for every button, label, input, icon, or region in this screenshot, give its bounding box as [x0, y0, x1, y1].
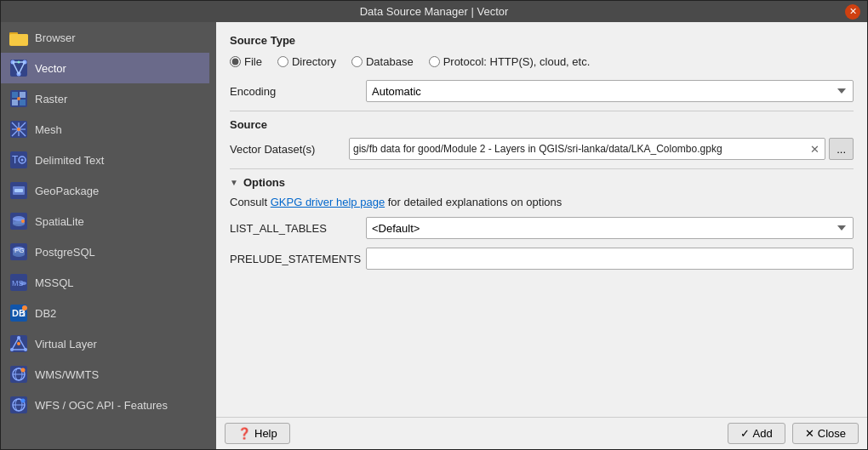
footer-right-buttons: ✓ Add ✕ Close — [728, 423, 859, 444]
sidebar-item-mssql[interactable]: MS MSSQL — [1, 267, 209, 298]
svg-rect-13 — [20, 92, 26, 98]
sidebar-item-delimited-text[interactable]: T Delimited Text — [1, 145, 209, 175]
geopackage-icon — [9, 181, 28, 200]
content-area: Source Type File Directory Database — [216, 22, 867, 449]
source-type-row: File Directory Database Protocol: HTTP(S… — [230, 55, 854, 68]
help-text-row: Consult GKPG driver help page for detail… — [230, 196, 854, 208]
sidebar-item-label: SpatiaLite — [35, 215, 84, 228]
main-area: Browser — [1, 22, 867, 449]
svg-point-22 — [17, 128, 20, 131]
list-all-tables-select[interactable]: <Default> YES NO — [366, 217, 854, 239]
source-type-title: Source Type — [230, 34, 854, 47]
encoding-select[interactable]: Automatic UTF-8 Latin-1 — [366, 80, 854, 102]
svg-point-52 — [17, 342, 20, 345]
prelude-statements-input[interactable] — [366, 248, 854, 270]
svg-rect-14 — [12, 100, 18, 105]
help-prefix: Consult — [230, 196, 271, 208]
sidebar-item-label: WMS/WMTS — [35, 368, 99, 381]
svg-point-42 — [20, 282, 26, 285]
svg-point-57 — [21, 368, 26, 373]
content-body: Source Type File Directory Database — [216, 22, 867, 417]
vector-datasets-label: Vector Dataset(s) — [230, 143, 349, 156]
close-button[interactable]: ✕ Close — [792, 423, 859, 444]
footer: ❓ Help ✓ Add ✕ Close — [216, 417, 867, 449]
svg-rect-12 — [12, 92, 18, 98]
add-button[interactable]: ✓ Add — [728, 423, 785, 444]
delimited-text-icon: T — [9, 151, 28, 169]
radio-database[interactable]: Database — [351, 55, 414, 68]
gkpg-driver-help-link[interactable]: GKPG driver help page — [271, 196, 385, 208]
options-header[interactable]: ▼ Options — [230, 176, 854, 189]
radio-directory[interactable]: Directory — [277, 55, 336, 68]
sidebar-item-geopackage[interactable]: GeoPackage — [1, 175, 209, 206]
radio-directory-input[interactable] — [277, 56, 288, 67]
close-button-label: Close — [818, 427, 846, 440]
dataset-clear-button[interactable]: ✕ — [808, 143, 821, 156]
svg-point-34 — [21, 219, 25, 223]
sidebar-item-vector[interactable]: Vector — [1, 53, 209, 83]
close-icon: ✕ — [849, 6, 857, 17]
wms-icon — [9, 365, 28, 384]
sidebar-item-mesh[interactable]: Mesh — [1, 114, 209, 145]
sidebar: Browser — [1, 22, 216, 449]
sidebar-item-virtual-layer[interactable]: Virtual Layer — [1, 328, 209, 359]
postgresql-icon: PG — [9, 242, 28, 261]
dataset-input-wrapper: gis/fb data for good/Module 2 - Layers i… — [349, 138, 825, 160]
svg-point-62 — [21, 399, 26, 403]
sidebar-item-label: GeoPackage — [35, 185, 99, 197]
radio-file-label: File — [244, 55, 262, 68]
main-window: Data Source Manager | Vector ✕ Browser — [0, 0, 868, 450]
radio-file[interactable]: File — [230, 55, 262, 68]
encoding-row: Encoding Automatic UTF-8 Latin-1 — [230, 80, 854, 102]
sidebar-item-label: Vector — [35, 62, 66, 75]
wfs-icon — [9, 396, 28, 414]
window-close-button[interactable]: ✕ — [845, 4, 860, 20]
vector-icon — [9, 59, 28, 77]
svg-text:PG: PG — [14, 247, 25, 254]
check-icon: ✓ — [740, 427, 750, 440]
sidebar-item-label: Virtual Layer — [35, 338, 97, 350]
svg-text:T: T — [12, 154, 18, 166]
help-button[interactable]: ❓ Help — [225, 423, 290, 444]
dataset-path: gis/fb data for good/Module 2 - Layers i… — [353, 143, 808, 155]
sidebar-scroll-area: Browser — [1, 22, 216, 449]
help-icon: ❓ — [237, 427, 251, 440]
svg-rect-2 — [9, 34, 28, 45]
sidebar-item-label: Browser — [35, 31, 76, 44]
sidebar-item-browser[interactable]: Browser — [1, 22, 209, 53]
window-title: Data Source Manager | Vector — [360, 5, 509, 18]
sidebar-item-wfs-ogc[interactable]: WFS / OGC API - Features — [1, 390, 209, 420]
list-all-tables-label: LIST_ALL_TABLES — [230, 222, 366, 235]
dataset-browse-button[interactable]: ... — [829, 138, 854, 160]
add-button-label: Add — [753, 427, 773, 440]
svg-point-16 — [17, 97, 20, 100]
sidebar-item-raster[interactable]: Raster — [1, 83, 209, 114]
svg-text:2: 2 — [21, 310, 26, 318]
titlebar: Data Source Manager | Vector ✕ — [1, 1, 867, 22]
options-collapse-icon: ▼ — [230, 178, 238, 187]
svg-point-46 — [22, 305, 27, 310]
sidebar-item-postgresql[interactable]: PG PostgreSQL — [1, 236, 209, 267]
list-all-tables-row: LIST_ALL_TABLES <Default> YES NO — [230, 217, 854, 239]
divider-2 — [230, 168, 854, 169]
raster-icon — [9, 89, 28, 108]
prelude-statements-label: PRELUDE_STATEMENTS — [230, 253, 366, 265]
sidebar-item-label: Delimited Text — [35, 154, 104, 167]
sidebar-item-label: WFS / OGC API - Features — [35, 399, 168, 412]
sidebar-item-db2[interactable]: DB 2 DB2 — [1, 298, 209, 328]
radio-protocol[interactable]: Protocol: HTTP(S), cloud, etc. — [429, 55, 591, 68]
radio-file-input[interactable] — [230, 56, 241, 67]
sidebar-item-wms-wmts[interactable]: WMS/WMTS — [1, 359, 209, 390]
folder-icon — [9, 28, 28, 47]
radio-protocol-input[interactable] — [429, 56, 440, 67]
radio-database-input[interactable] — [351, 56, 363, 67]
vector-dataset-row: Vector Dataset(s) gis/fb data for good/M… — [230, 138, 854, 160]
spatialite-icon — [9, 212, 28, 231]
divider-1 — [230, 111, 854, 111]
db2-icon: DB 2 — [9, 304, 28, 322]
sidebar-item-spatialite[interactable]: SpatiaLite — [1, 206, 209, 236]
radio-directory-label: Directory — [292, 55, 336, 68]
options-title: Options — [243, 176, 285, 189]
svg-rect-29 — [14, 189, 23, 192]
mssql-icon: MS — [9, 273, 28, 292]
